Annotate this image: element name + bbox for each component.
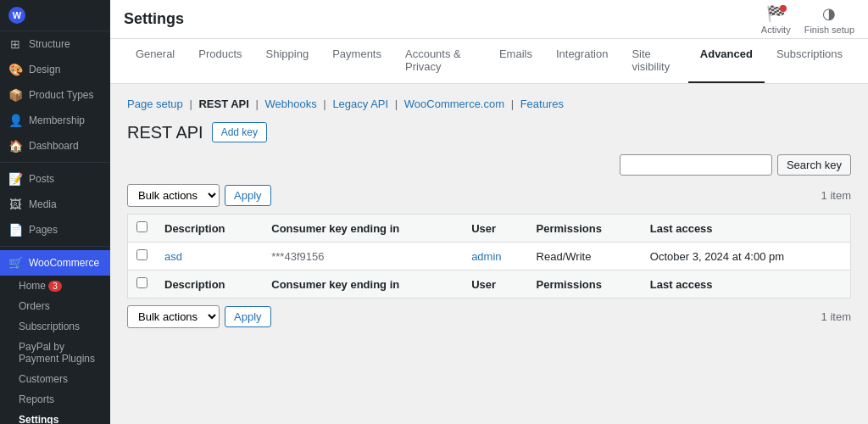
sidebar-divider-2 [0, 246, 110, 247]
sidebar-sub-settings[interactable]: Settings [0, 410, 110, 424]
tab-accounts-privacy[interactable]: Accounts & Privacy [393, 39, 487, 83]
table-header: Description Consumer key ending in User … [128, 215, 851, 243]
sidebar-item-label: Posts [29, 173, 54, 185]
activity-button[interactable]: 🏁 Activity [761, 4, 791, 35]
home-badge: 3 [48, 281, 62, 292]
sidebar-sub-orders[interactable]: Orders [0, 296, 110, 316]
sub-orders-label: Orders [19, 300, 50, 312]
sidebar-item-label: Dashboard [29, 140, 79, 152]
th-checkbox [128, 215, 157, 243]
table-body: asd ***43f9156 admin Read/Write October … [128, 243, 851, 298]
tab-subscriptions[interactable]: Subscriptions [765, 39, 854, 83]
row-checkbox[interactable] [136, 249, 147, 260]
section-header: REST API Add key [127, 122, 851, 142]
sidebar-item-label: Product Types [29, 89, 94, 101]
sidebar-item-structure[interactable]: ⊞ Structure [0, 31, 110, 57]
subnav-rest-api[interactable]: REST API [198, 98, 248, 110]
dashboard-icon: 🏠 [8, 139, 22, 153]
subnav: Page setup | REST API | Webhooks | Legac… [127, 98, 851, 110]
sidebar-sub-home[interactable]: Home 3 [0, 276, 110, 296]
subnav-features[interactable]: Features [520, 98, 564, 110]
subnav-woocommerce-com[interactable]: WooCommerce.com [404, 98, 504, 110]
bulk-actions-select-bottom[interactable]: Bulk actions [127, 305, 220, 328]
finish-setup-icon: ◑ [822, 4, 836, 23]
row-last-access-cell: October 3, 2024 at 4:00 pm [642, 243, 851, 271]
sidebar-sub-customers[interactable]: Customers [0, 369, 110, 389]
apply-button-top[interactable]: Apply [225, 185, 271, 206]
subnav-webhooks[interactable]: Webhooks [265, 98, 317, 110]
row-permissions: Read/Write [537, 250, 592, 263]
sub-reports-label: Reports [19, 393, 54, 405]
th-permissions: Permissions [528, 215, 642, 243]
th2-description: Description [156, 271, 263, 298]
activity-icon: 🏁 [766, 5, 785, 22]
row-permissions-cell: Read/Write [528, 243, 642, 271]
th-last-access: Last access [642, 215, 851, 243]
item-count-top: 1 item [821, 189, 851, 202]
tab-shipping[interactable]: Shipping [254, 39, 321, 83]
sidebar-item-product-types[interactable]: 📦 Product Types [0, 82, 110, 108]
tab-emails[interactable]: Emails [487, 39, 544, 83]
th2-last-access: Last access [642, 271, 851, 298]
activity-icon-wrap: 🏁 [766, 4, 785, 23]
sidebar-item-design[interactable]: 🎨 Design [0, 57, 110, 82]
apply-button-bottom[interactable]: Apply [225, 306, 271, 327]
sub-paypal-label: PayPal by Payment Plugins [19, 341, 95, 365]
sidebar-item-media[interactable]: 🖼 Media [0, 192, 110, 217]
add-key-button[interactable]: Add key [212, 122, 267, 142]
subnav-legacy-api[interactable]: Legacy API [332, 98, 388, 110]
row-user-cell: admin [463, 243, 527, 271]
item-count-bottom: 1 item [821, 310, 851, 323]
tab-products[interactable]: Products [186, 39, 253, 83]
tab-payments[interactable]: Payments [320, 39, 393, 83]
row-last-access: October 3, 2024 at 4:00 pm [650, 250, 784, 263]
design-icon: 🎨 [8, 63, 22, 76]
search-input[interactable] [620, 154, 772, 176]
bulk-actions-bottom: Bulk actions Apply 1 item [127, 305, 851, 328]
bulk-actions-select-top[interactable]: Bulk actions [127, 184, 220, 207]
row-checkbox-cell [128, 243, 157, 271]
tab-integration[interactable]: Integration [544, 39, 620, 83]
subnav-page-setup[interactable]: Page setup [127, 98, 183, 110]
search-key-button[interactable]: Search key [777, 154, 851, 176]
subnav-sep-3: | [323, 98, 326, 110]
sidebar-sub-paypal[interactable]: PayPal by Payment Plugins [0, 337, 110, 369]
th-description: Description [156, 215, 263, 243]
membership-icon: 👤 [8, 114, 22, 127]
finish-setup-label: Finish setup [804, 25, 854, 35]
sidebar-sub-reports[interactable]: Reports [0, 389, 110, 410]
page-title: Settings [124, 10, 184, 28]
finish-setup-button[interactable]: ◑ Finish setup [804, 4, 854, 35]
row-user-link[interactable]: admin [471, 250, 501, 263]
main-content: Settings 🏁 Activity ◑ Finish setup Gener… [110, 0, 868, 424]
sidebar-item-pages[interactable]: 📄 Pages [0, 217, 110, 243]
activity-label: Activity [761, 25, 791, 35]
topbar-actions: 🏁 Activity ◑ Finish setup [761, 4, 854, 35]
activity-dot [780, 5, 787, 12]
tab-site-visibility[interactable]: Site visibility [620, 39, 687, 83]
pages-icon: 📄 [8, 223, 22, 237]
sidebar-item-woocommerce[interactable]: 🛒 WooCommerce [0, 250, 110, 276]
sidebar-item-membership[interactable]: 👤 Membership [0, 108, 110, 133]
woocommerce-icon: 🛒 [8, 256, 22, 270]
sub-subscriptions-label: Subscriptions [19, 321, 80, 332]
sidebar-item-label: Pages [29, 224, 58, 236]
sidebar-item-posts[interactable]: 📝 Posts [0, 166, 110, 192]
row-description-link[interactable]: asd [164, 250, 182, 263]
sidebar-item-label: Structure [29, 38, 70, 50]
tab-general[interactable]: General [124, 39, 186, 83]
bulk-actions-top: Bulk actions Apply 1 item [127, 184, 851, 207]
select-all-checkbox-2[interactable] [136, 277, 147, 288]
posts-icon: 📝 [8, 172, 22, 186]
sidebar-item-label: Membership [29, 114, 85, 126]
th2-permissions: Permissions [528, 271, 642, 298]
th2-consumer-key: Consumer key ending in [263, 271, 463, 298]
table-row-repeat-header: Description Consumer key ending in User … [128, 271, 851, 298]
tab-advanced[interactable]: Advanced [688, 39, 765, 83]
sidebar-sub-subscriptions[interactable]: Subscriptions [0, 316, 110, 337]
row-consumer-key-cell: ***43f9156 [263, 243, 463, 271]
sidebar-item-dashboard[interactable]: 🏠 Dashboard [0, 133, 110, 159]
table-header-row: Description Consumer key ending in User … [128, 215, 851, 243]
select-all-checkbox[interactable] [136, 221, 147, 232]
row-consumer-key: ***43f9156 [271, 250, 324, 263]
